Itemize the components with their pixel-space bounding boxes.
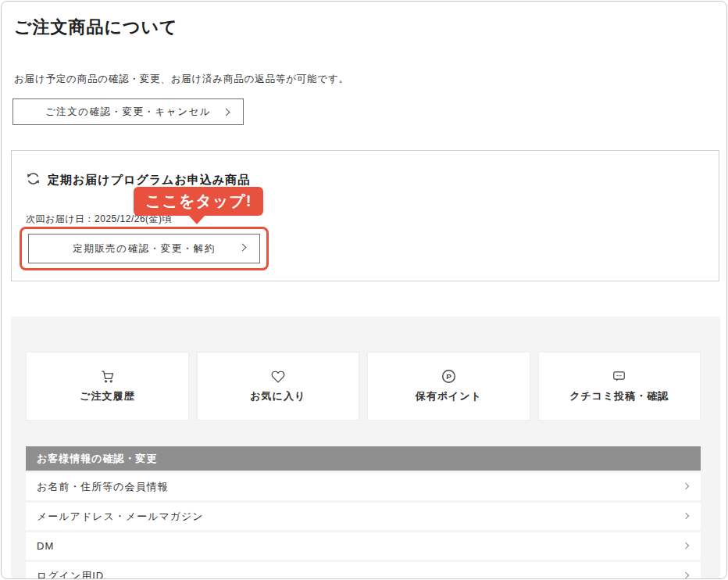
chevron-right-icon [683,542,689,549]
list-item-label: メールアドレス・メールマガジン [37,510,204,524]
customer-info-list: お客様情報の確認・変更 お名前・住所等の会員情報 メールアドレス・メールマガジン… [26,446,701,579]
tile-order-history[interactable]: ご注文履歴 [26,352,189,421]
list-item-label: DM [37,540,54,552]
my-account-orders-page: ご注文商品について お届け予定の商品の確認・変更、お届け済み商品の返品等が可能で… [1,1,727,579]
heart-icon [271,370,285,384]
subscription-heading: 定期お届けプログラムお申込み商品 [26,171,250,188]
list-item-email-newsletter[interactable]: メールアドレス・メールマガジン [26,503,701,530]
point-icon: P [441,369,456,384]
page-title: ご注文商品について [14,16,178,39]
refresh-cycle-icon [26,171,41,188]
customer-info-header: お客様情報の確認・変更 [26,446,701,471]
subscription-confirm-change-cancel-button[interactable]: 定期販売の確認・変更・解約 [28,234,260,263]
chevron-right-icon [223,109,230,116]
list-item-label: お名前・住所等の会員情報 [37,480,169,494]
account-menu-section: ご注文履歴 お気に入り P 保有ポイント [11,317,720,579]
subscription-heading-label: 定期お届けプログラムお申込み商品 [48,173,250,188]
chevron-right-icon [683,513,689,519]
chevron-right-icon [683,483,689,489]
page-description: お届け予定の商品の確認・変更、お届け済み商品の返品等が可能です。 [14,73,349,86]
svg-text:P: P [446,372,451,381]
cart-icon [100,369,115,384]
order-button-label: ご注文の確認・変更・キャンセル [45,106,211,119]
chevron-right-icon [239,244,247,252]
quick-links: ご注文履歴 お気に入り P 保有ポイント [26,352,701,421]
tile-label: 保有ポイント [416,389,482,403]
callout-pointer [188,215,205,224]
list-item-dm[interactable]: DM [26,532,701,560]
list-item-member-info[interactable]: お名前・住所等の会員情報 [26,473,701,500]
review-icon [612,369,626,384]
tap-here-callout-label: ここをタップ! [145,191,252,212]
chevron-right-icon [683,572,689,578]
tile-reviews[interactable]: クチコミ投稿・確認 [538,352,701,421]
tile-points[interactable]: P 保有ポイント [367,352,530,421]
list-item-label: ログイン用ID [37,569,104,580]
tile-favorites[interactable]: お気に入り [197,352,360,421]
highlight-ring: 定期販売の確認・変更・解約 [20,227,269,270]
order-confirm-change-cancel-button[interactable]: ご注文の確認・変更・キャンセル [12,98,244,125]
tap-here-callout: ここをタップ! [134,187,263,216]
subscription-button-label: 定期販売の確認・変更・解約 [73,242,215,256]
tile-label: ご注文履歴 [80,389,134,403]
list-item-login-id[interactable]: ログイン用ID [26,562,701,579]
tile-label: クチコミ投稿・確認 [569,389,669,403]
tile-label: お気に入り [250,389,305,403]
subscription-section: 定期お届けプログラムお申込み商品 次回お届け日：2025/12/26(金)頃 定… [11,150,719,281]
